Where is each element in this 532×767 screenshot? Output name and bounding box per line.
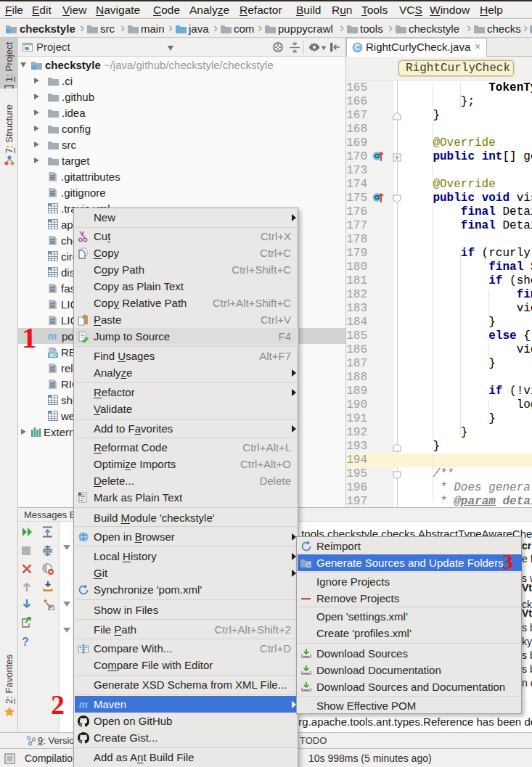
svg-text:C: C — [355, 44, 360, 52]
svg-text:MD: MD — [49, 353, 57, 358]
